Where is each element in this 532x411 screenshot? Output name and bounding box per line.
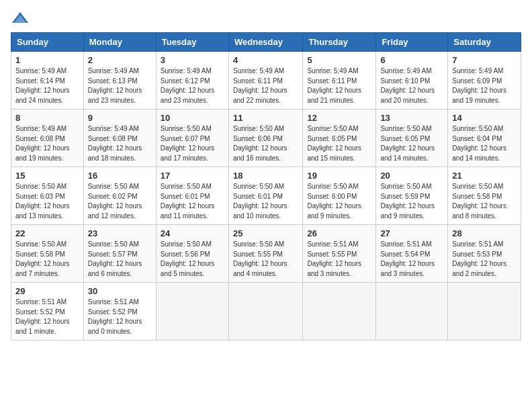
day-info: Sunrise: 5:49 AMSunset: 6:13 PMDaylight:… bbox=[88, 66, 152, 105]
table-row: 6 Sunrise: 5:49 AMSunset: 6:10 PMDayligh… bbox=[376, 52, 448, 109]
day-info: Sunrise: 5:49 AMSunset: 6:12 PMDaylight:… bbox=[161, 66, 224, 105]
table-row: 22 Sunrise: 5:50 AMSunset: 5:58 PMDaylig… bbox=[11, 225, 84, 283]
day-number: 29 bbox=[15, 286, 79, 296]
table-row: 14 Sunrise: 5:50 AMSunset: 6:04 PMDaylig… bbox=[448, 109, 521, 167]
day-info: Sunrise: 5:49 AMSunset: 6:09 PMDaylight:… bbox=[452, 66, 517, 105]
table-row: 7 Sunrise: 5:49 AMSunset: 6:09 PMDayligh… bbox=[448, 52, 521, 109]
table-row: 18 Sunrise: 5:50 AMSunset: 6:01 PMDaylig… bbox=[228, 167, 302, 225]
day-info: Sunrise: 5:51 AMSunset: 5:53 PMDaylight:… bbox=[452, 240, 517, 279]
table-row: 21 Sunrise: 5:50 AMSunset: 5:58 PMDaylig… bbox=[448, 167, 521, 225]
day-info: Sunrise: 5:50 AMSunset: 6:02 PMDaylight:… bbox=[88, 182, 152, 221]
day-number: 23 bbox=[88, 228, 152, 238]
day-number: 12 bbox=[307, 113, 371, 123]
table-row: 16 Sunrise: 5:50 AMSunset: 6:02 PMDaylig… bbox=[83, 167, 156, 225]
day-info: Sunrise: 5:50 AMSunset: 5:58 PMDaylight:… bbox=[15, 240, 79, 279]
table-row bbox=[156, 283, 228, 340]
day-info: Sunrise: 5:50 AMSunset: 6:07 PMDaylight:… bbox=[161, 124, 224, 163]
day-info: Sunrise: 5:50 AMSunset: 6:00 PMDaylight:… bbox=[307, 182, 371, 221]
table-row: 15 Sunrise: 5:50 AMSunset: 6:03 PMDaylig… bbox=[11, 167, 84, 225]
day-info: Sunrise: 5:50 AMSunset: 6:05 PMDaylight:… bbox=[380, 124, 443, 163]
day-number: 1 bbox=[15, 55, 79, 65]
day-info: Sunrise: 5:50 AMSunset: 6:01 PMDaylight:… bbox=[161, 182, 224, 221]
table-row: 11 Sunrise: 5:50 AMSunset: 6:06 PMDaylig… bbox=[228, 109, 302, 167]
day-number: 24 bbox=[161, 228, 224, 238]
day-info: Sunrise: 5:49 AMSunset: 6:11 PMDaylight:… bbox=[233, 66, 298, 105]
day-number: 2 bbox=[88, 55, 152, 65]
logo bbox=[11, 11, 31, 26]
table-row: 5 Sunrise: 5:49 AMSunset: 6:11 PMDayligh… bbox=[303, 52, 376, 109]
table-row: 9 Sunrise: 5:49 AMSunset: 6:08 PMDayligh… bbox=[83, 109, 156, 167]
header-monday: Monday bbox=[83, 33, 156, 52]
day-number: 3 bbox=[161, 55, 224, 65]
day-info: Sunrise: 5:49 AMSunset: 6:08 PMDaylight:… bbox=[15, 124, 79, 163]
day-number: 30 bbox=[88, 286, 152, 296]
table-row: 23 Sunrise: 5:50 AMSunset: 5:57 PMDaylig… bbox=[83, 225, 156, 283]
day-info: Sunrise: 5:50 AMSunset: 6:03 PMDaylight:… bbox=[15, 182, 79, 221]
day-info: Sunrise: 5:50 AMSunset: 6:01 PMDaylight:… bbox=[233, 182, 298, 221]
table-row: 26 Sunrise: 5:51 AMSunset: 5:55 PMDaylig… bbox=[303, 225, 376, 283]
day-info: Sunrise: 5:51 AMSunset: 5:54 PMDaylight:… bbox=[380, 240, 443, 279]
header-saturday: Saturday bbox=[448, 33, 521, 52]
day-number: 4 bbox=[233, 55, 298, 65]
day-number: 5 bbox=[307, 55, 371, 65]
table-row: 1 Sunrise: 5:49 AMSunset: 6:14 PMDayligh… bbox=[11, 52, 84, 109]
header-thursday: Thursday bbox=[303, 33, 376, 52]
day-number: 16 bbox=[88, 171, 152, 181]
day-number: 26 bbox=[307, 228, 371, 238]
day-number: 20 bbox=[380, 171, 443, 181]
table-row: 10 Sunrise: 5:50 AMSunset: 6:07 PMDaylig… bbox=[156, 109, 228, 167]
day-info: Sunrise: 5:49 AMSunset: 6:11 PMDaylight:… bbox=[307, 66, 371, 105]
table-row: 25 Sunrise: 5:50 AMSunset: 5:55 PMDaylig… bbox=[228, 225, 302, 283]
header-sunday: Sunday bbox=[11, 33, 84, 52]
day-number: 21 bbox=[452, 171, 517, 181]
day-info: Sunrise: 5:50 AMSunset: 6:04 PMDaylight:… bbox=[452, 124, 517, 163]
table-row bbox=[376, 283, 448, 340]
day-number: 11 bbox=[233, 113, 298, 123]
table-row: 12 Sunrise: 5:50 AMSunset: 6:05 PMDaylig… bbox=[303, 109, 376, 167]
day-info: Sunrise: 5:50 AMSunset: 6:06 PMDaylight:… bbox=[233, 124, 298, 163]
table-row: 8 Sunrise: 5:49 AMSunset: 6:08 PMDayligh… bbox=[11, 109, 84, 167]
day-info: Sunrise: 5:50 AMSunset: 5:56 PMDaylight:… bbox=[161, 240, 224, 279]
calendar-table: SundayMondayTuesdayWednesdayThursdayFrid… bbox=[11, 32, 521, 340]
table-row: 19 Sunrise: 5:50 AMSunset: 6:00 PMDaylig… bbox=[303, 167, 376, 225]
day-info: Sunrise: 5:50 AMSunset: 5:57 PMDaylight:… bbox=[88, 240, 152, 279]
day-number: 6 bbox=[380, 55, 443, 65]
table-row bbox=[303, 283, 376, 340]
day-number: 19 bbox=[307, 171, 371, 181]
table-row: 20 Sunrise: 5:50 AMSunset: 5:59 PMDaylig… bbox=[376, 167, 448, 225]
day-number: 15 bbox=[15, 171, 79, 181]
table-row: 13 Sunrise: 5:50 AMSunset: 6:05 PMDaylig… bbox=[376, 109, 448, 167]
table-row bbox=[228, 283, 302, 340]
day-info: Sunrise: 5:51 AMSunset: 5:55 PMDaylight:… bbox=[307, 240, 371, 279]
day-info: Sunrise: 5:51 AMSunset: 5:52 PMDaylight:… bbox=[88, 298, 152, 336]
day-number: 22 bbox=[15, 228, 79, 238]
table-row: 29 Sunrise: 5:51 AMSunset: 5:52 PMDaylig… bbox=[11, 283, 84, 340]
day-number: 10 bbox=[161, 113, 224, 123]
table-row: 4 Sunrise: 5:49 AMSunset: 6:11 PMDayligh… bbox=[228, 52, 302, 109]
day-number: 13 bbox=[380, 113, 443, 123]
day-info: Sunrise: 5:50 AMSunset: 5:58 PMDaylight:… bbox=[452, 182, 517, 221]
day-info: Sunrise: 5:50 AMSunset: 5:55 PMDaylight:… bbox=[233, 240, 298, 279]
table-row: 28 Sunrise: 5:51 AMSunset: 5:53 PMDaylig… bbox=[448, 225, 521, 283]
page-header bbox=[11, 11, 521, 26]
day-number: 17 bbox=[161, 171, 224, 181]
day-number: 18 bbox=[233, 171, 298, 181]
day-number: 9 bbox=[88, 113, 152, 123]
table-row: 27 Sunrise: 5:51 AMSunset: 5:54 PMDaylig… bbox=[376, 225, 448, 283]
day-info: Sunrise: 5:49 AMSunset: 6:10 PMDaylight:… bbox=[380, 66, 443, 105]
table-row: 24 Sunrise: 5:50 AMSunset: 5:56 PMDaylig… bbox=[156, 225, 228, 283]
header-tuesday: Tuesday bbox=[156, 33, 228, 52]
day-info: Sunrise: 5:50 AMSunset: 5:59 PMDaylight:… bbox=[380, 182, 443, 221]
day-info: Sunrise: 5:51 AMSunset: 5:52 PMDaylight:… bbox=[15, 298, 79, 336]
day-number: 14 bbox=[452, 113, 517, 123]
table-row: 17 Sunrise: 5:50 AMSunset: 6:01 PMDaylig… bbox=[156, 167, 228, 225]
table-row: 2 Sunrise: 5:49 AMSunset: 6:13 PMDayligh… bbox=[83, 52, 156, 109]
table-row: 30 Sunrise: 5:51 AMSunset: 5:52 PMDaylig… bbox=[83, 283, 156, 340]
day-info: Sunrise: 5:49 AMSunset: 6:08 PMDaylight:… bbox=[88, 124, 152, 163]
header-wednesday: Wednesday bbox=[228, 33, 302, 52]
calendar-header-row: SundayMondayTuesdayWednesdayThursdayFrid… bbox=[11, 33, 521, 52]
header-friday: Friday bbox=[376, 33, 448, 52]
day-info: Sunrise: 5:49 AMSunset: 6:14 PMDaylight:… bbox=[15, 66, 79, 105]
day-number: 8 bbox=[15, 113, 79, 123]
day-number: 27 bbox=[380, 228, 443, 238]
